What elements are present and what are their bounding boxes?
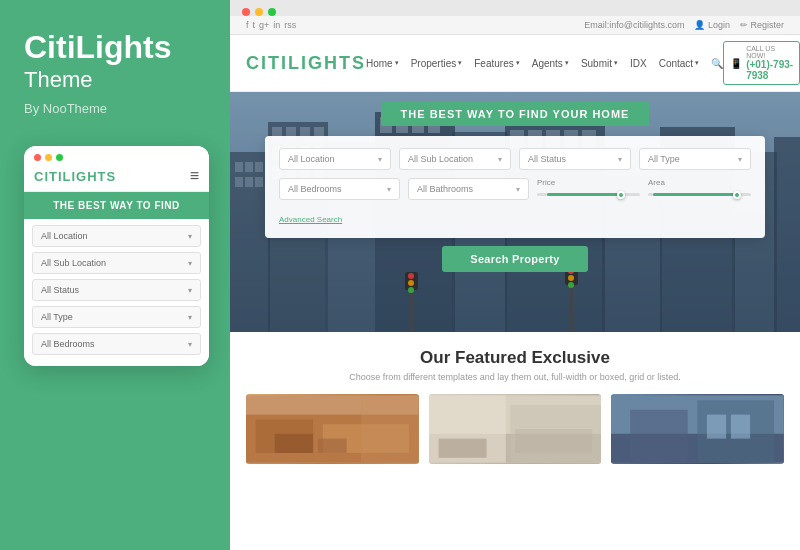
area-label: Area <box>648 178 751 187</box>
featured-subtitle: Choose from different templates and lay … <box>246 372 784 382</box>
price-col: Price <box>537 178 640 200</box>
mobile-filter-sublocation[interactable]: All Sub Location ▾ <box>32 252 201 274</box>
price-label: Price <box>537 178 640 187</box>
svg-rect-58 <box>275 434 313 453</box>
advanced-search-link[interactable]: Advanced Search <box>279 215 342 224</box>
browser-dot-yellow <box>255 8 263 16</box>
rss-icon[interactable]: rss <box>284 20 296 30</box>
select-type[interactable]: All Type ▾ <box>639 148 751 170</box>
select-sublocation-arrow: ▾ <box>498 155 502 164</box>
area-slider[interactable] <box>648 193 751 196</box>
mobile-filter-location[interactable]: All Location ▾ <box>32 225 201 247</box>
select-type-arrow: ▾ <box>738 155 742 164</box>
nav-features[interactable]: Features▾ <box>474 58 519 69</box>
svg-rect-65 <box>515 429 592 453</box>
svg-rect-57 <box>361 395 419 462</box>
top-right: Email:info@citilights.com 👤 Login ✏ Regi… <box>584 20 784 30</box>
featured-title: Our Featured Exclusive <box>246 348 784 368</box>
hero-content: THE BEST WAY TO FIND YOUR HOME All Locat… <box>230 92 800 272</box>
brand-title: CitiLights <box>24 30 172 65</box>
area-slider-fill <box>653 193 741 196</box>
nav-idx[interactable]: IDX <box>630 58 647 69</box>
phone-icon: 📱 <box>730 58 742 69</box>
select-status-label: All Status <box>528 154 566 164</box>
search-row-1: All Location ▾ All Sub Location ▾ All St… <box>279 148 751 170</box>
brand-by: By NooTheme <box>24 101 107 116</box>
mobile-filter-status-arrow: ▾ <box>188 286 192 295</box>
mobile-filter-location-arrow: ▾ <box>188 232 192 241</box>
mobile-logo-citi: CITI <box>34 169 63 184</box>
select-sublocation[interactable]: All Sub Location ▾ <box>399 148 511 170</box>
price-slider-thumb[interactable] <box>617 191 625 199</box>
twitter-icon[interactable]: t <box>253 20 256 30</box>
nav-home[interactable]: Home▾ <box>366 58 399 69</box>
select-status[interactable]: All Status ▾ <box>519 148 631 170</box>
area-col: Area <box>648 178 751 200</box>
svg-rect-59 <box>318 439 347 453</box>
site-nav-links: Home▾ Properties▾ Features▾ Agents▾ Subm… <box>366 58 723 69</box>
mobile-logo-lights: LIGHTS <box>63 169 117 184</box>
area-slider-thumb[interactable] <box>733 191 741 199</box>
site-nav-right: 📱 CALL US NOW! (+01)-793-7938 <box>723 41 800 85</box>
logo-citi: CITI <box>246 53 288 73</box>
mobile-nav: CITILIGHTS ≡ <box>24 161 209 192</box>
featured-grid <box>246 394 784 464</box>
site-logo: CITILIGHTS <box>246 53 366 74</box>
select-sublocation-label: All Sub Location <box>408 154 473 164</box>
phone-box: 📱 CALL US NOW! (+01)-793-7938 <box>723 41 800 85</box>
select-bathrooms-label: All Bathrooms <box>417 184 473 194</box>
nav-agents[interactable]: Agents▾ <box>532 58 569 69</box>
svg-rect-69 <box>631 410 689 463</box>
select-status-arrow: ▾ <box>618 155 622 164</box>
select-bathrooms[interactable]: All Bathrooms ▾ <box>408 178 529 200</box>
hamburger-icon[interactable]: ≡ <box>190 167 199 185</box>
search-box: All Location ▾ All Sub Location ▾ All St… <box>265 136 765 238</box>
googleplus-icon[interactable]: g+ <box>259 20 269 30</box>
select-location[interactable]: All Location ▾ <box>279 148 391 170</box>
linkedin-icon[interactable]: in <box>273 20 280 30</box>
mobile-filter-bedrooms[interactable]: All Bedrooms ▾ <box>32 333 201 355</box>
social-icons: f t g+ in rss <box>246 20 296 30</box>
featured-card-modern[interactable] <box>611 394 784 464</box>
call-us-label: CALL US NOW! <box>746 45 793 59</box>
register-icon: ✏ <box>740 20 748 30</box>
mobile-filter-type-arrow: ▾ <box>188 313 192 322</box>
mobile-filter-type[interactable]: All Type ▾ <box>32 306 201 328</box>
mobile-filter-status[interactable]: All Status ▾ <box>32 279 201 301</box>
browser-dot-red <box>242 8 250 16</box>
select-bathrooms-arrow: ▾ <box>516 185 520 194</box>
mobile-hero-banner: THE BEST WAY TO FIND <box>24 192 209 219</box>
site-top-bar: f t g+ in rss Email:info@citilights.com … <box>230 16 800 35</box>
nav-submit[interactable]: Submit▾ <box>581 58 618 69</box>
mobile-dot-red <box>34 154 41 161</box>
mobile-dot-green <box>56 154 63 161</box>
login-link[interactable]: 👤 Login <box>694 20 730 30</box>
svg-rect-71 <box>707 415 726 439</box>
featured-card-interior[interactable] <box>246 394 419 464</box>
site-nav: CITILIGHTS Home▾ Properties▾ Features▾ A… <box>230 35 800 92</box>
select-bedrooms[interactable]: All Bedrooms ▾ <box>279 178 400 200</box>
website: f t g+ in rss Email:info@citilights.com … <box>230 16 800 550</box>
register-link[interactable]: ✏ Register <box>740 20 784 30</box>
mobile-filter-sublocation-label: All Sub Location <box>41 258 106 268</box>
svg-rect-72 <box>731 415 750 439</box>
phone-number[interactable]: (+01)-793-7938 <box>746 59 793 81</box>
email-link[interactable]: Email:info@citilights.com <box>584 20 684 30</box>
nav-contact[interactable]: Contact▾ <box>659 58 699 69</box>
nav-search-icon[interactable]: 🔍 <box>711 58 723 69</box>
browser-chrome <box>230 0 800 16</box>
featured-section: Our Featured Exclusive Choose from diffe… <box>230 332 800 474</box>
left-panel: CitiLights Theme By NooTheme CITILIGHTS … <box>0 0 230 550</box>
site-hero: THE BEST WAY TO FIND YOUR HOME All Locat… <box>230 92 800 332</box>
logo-lights: LIGHTS <box>288 53 366 73</box>
nav-properties[interactable]: Properties▾ <box>411 58 463 69</box>
featured-card-kitchen[interactable] <box>429 394 602 464</box>
mobile-filter-type-label: All Type <box>41 312 73 322</box>
phone-info: CALL US NOW! (+01)-793-7938 <box>746 45 793 81</box>
price-slider[interactable] <box>537 193 640 196</box>
browser-dot-green <box>268 8 276 16</box>
mobile-mockup: CITILIGHTS ≡ THE BEST WAY TO FIND All Lo… <box>24 146 209 366</box>
search-property-button[interactable]: Search Property <box>442 246 587 272</box>
mobile-filter-bedrooms-label: All Bedrooms <box>41 339 95 349</box>
facebook-icon[interactable]: f <box>246 20 249 30</box>
